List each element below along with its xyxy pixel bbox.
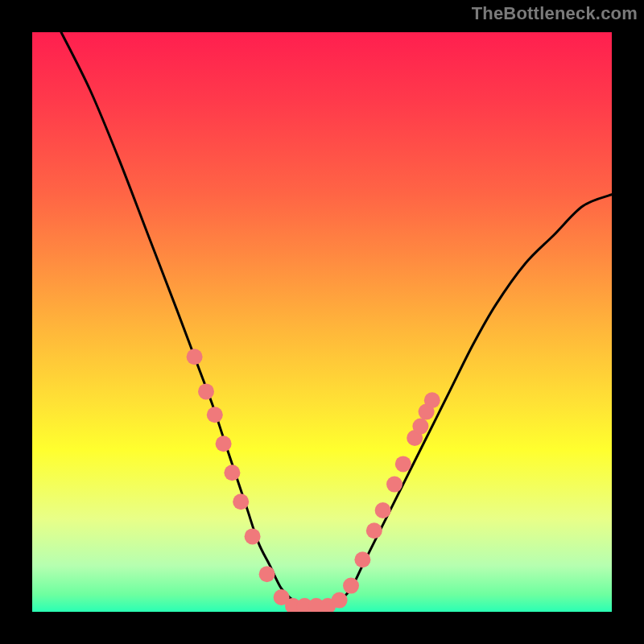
- data-marker: [375, 502, 391, 518]
- data-marker: [366, 522, 382, 539]
- data-marker: [343, 578, 359, 594]
- plot-area: [32, 32, 612, 612]
- chart-stage: TheBottleneck.com: [0, 0, 644, 644]
- data-marker: [412, 419, 428, 435]
- data-marker: [224, 464, 240, 481]
- data-marker: [198, 383, 214, 399]
- data-marker: [424, 392, 440, 408]
- data-marker: [245, 528, 261, 544]
- data-marker: [332, 592, 348, 609]
- markers-group: [187, 349, 440, 612]
- curve-path: [61, 32, 612, 607]
- data-marker: [354, 551, 370, 568]
- data-marker: [395, 456, 411, 472]
- data-marker: [207, 407, 223, 423]
- watermark-text: TheBottleneck.com: [472, 3, 638, 24]
- data-marker: [187, 349, 203, 365]
- data-marker: [216, 436, 232, 452]
- data-marker: [233, 493, 249, 510]
- data-marker: [386, 477, 402, 493]
- chart-svg: [32, 32, 612, 612]
- data-marker: [259, 566, 275, 582]
